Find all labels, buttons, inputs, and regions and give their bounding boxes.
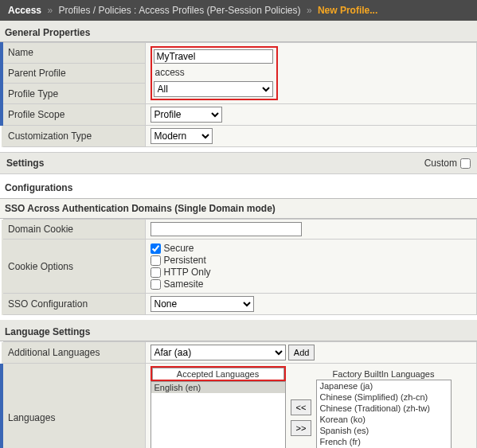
domain-input[interactable] — [151, 222, 302, 236]
factory-listbox[interactable]: Japanese (ja) Chinese (Simplified) (zh-c… — [316, 380, 452, 449]
type-label: Profile Type — [2, 84, 145, 104]
accepted-title: Accepted Languages — [152, 368, 284, 380]
additional-select[interactable]: Afar (aa) — [151, 345, 286, 360]
httponly-text: HTTP Only — [164, 267, 211, 278]
list-item[interactable]: Chinese (Traditional) (zh-tw) — [317, 403, 451, 414]
scope-label: Profile Scope — [2, 104, 145, 126]
custom-label: Custom — [424, 158, 457, 169]
list-item[interactable]: Chinese (Simplified) (zh-cn) — [317, 392, 451, 403]
parent-value: access — [154, 64, 275, 81]
ssoconfig-label: SSO Configuration — [2, 294, 145, 315]
highlight-general: access All — [151, 46, 278, 100]
list-item[interactable]: Japanese (ja) — [317, 380, 451, 392]
scope-select[interactable]: Profile — [151, 107, 222, 123]
add-button[interactable]: Add — [288, 345, 315, 360]
additional-label: Additional Languages — [2, 342, 145, 364]
samesite-text: Samesite — [164, 279, 204, 290]
breadcrumb-root[interactable]: Access — [8, 5, 41, 16]
persistent-text: Persistent — [164, 255, 206, 266]
accepted-highlight: Accepted Languages — [151, 366, 286, 381]
move-left-button[interactable]: << — [291, 399, 311, 415]
httponly-checkbox[interactable] — [151, 267, 161, 278]
breadcrumb-mid[interactable]: Profiles / Policies : Access Profiles (P… — [58, 5, 300, 16]
cookie-label: Cookie Options — [2, 240, 145, 294]
settings-row: Settings Custom — [0, 152, 477, 174]
secure-checkbox[interactable] — [151, 243, 161, 254]
ssoconfig-select[interactable]: None — [151, 296, 254, 312]
persistent-checkbox[interactable] — [151, 255, 161, 266]
languages-label: Languages — [2, 364, 145, 449]
custtype-select[interactable]: Modern — [151, 128, 213, 144]
sso-table: Domain Cookie Cookie Options Secure Pers… — [0, 219, 477, 315]
breadcrumb: Access » Profiles / Policies : Access Pr… — [0, 0, 477, 21]
factory-title: Factory BuiltIn Languages — [316, 368, 452, 380]
accepted-listbox[interactable]: English (en) — [151, 381, 286, 448]
language-table: Additional Languages Afar (aa) Add Langu… — [0, 341, 477, 448]
move-right-button[interactable]: >> — [291, 420, 311, 436]
list-item[interactable]: Korean (ko) — [317, 414, 451, 425]
parent-label: Parent Profile — [2, 63, 145, 84]
list-item[interactable]: Spanish (es) — [317, 425, 451, 436]
section-language: Language Settings — [0, 320, 477, 341]
name-label: Name — [2, 43, 145, 64]
domain-label: Domain Cookie — [2, 220, 145, 240]
section-settings: Settings — [6, 158, 44, 169]
general-table: Name access All Parent Profile Profile T… — [0, 42, 477, 147]
profile-type-select[interactable]: All — [154, 81, 273, 97]
name-input[interactable] — [154, 49, 273, 64]
breadcrumb-current: New Profile... — [318, 5, 377, 16]
secure-text: Secure — [164, 243, 194, 254]
section-configurations: Configurations — [0, 174, 477, 199]
list-item[interactable]: French (fr) — [317, 436, 451, 447]
samesite-checkbox[interactable] — [151, 279, 161, 290]
section-sso: SSO Across Authentication Domains (Singl… — [0, 199, 477, 219]
list-item[interactable]: English (en) — [151, 382, 285, 393]
custtype-label: Customization Type — [2, 126, 145, 147]
custom-checkbox[interactable] — [460, 158, 471, 169]
section-general: General Properties — [0, 21, 477, 42]
